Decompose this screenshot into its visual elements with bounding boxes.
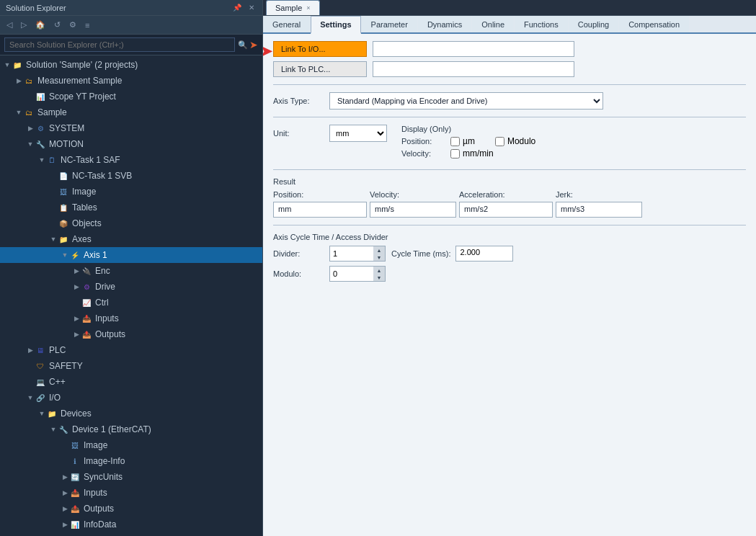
settings-panel: General Settings Parameter Dynamics Onli… bbox=[263, 16, 756, 536]
tab-functions[interactable]: Functions bbox=[515, 16, 568, 32]
result-header-position: Position: bbox=[273, 190, 367, 199]
divider-increment-button[interactable]: ▲ bbox=[373, 246, 385, 254]
tree-item-safety[interactable]: 🛡 SAFETY bbox=[0, 358, 262, 374]
tree-item-inputs[interactable]: ▶ 📥 Inputs bbox=[0, 311, 262, 326]
modulo-row: Modulo: ▲ ▼ bbox=[273, 266, 746, 282]
tree-item-imageinfo[interactable]: ℹ Image-Info bbox=[0, 453, 262, 469]
result-grid: Position: Velocity: Acceleration: Jerk: … bbox=[273, 190, 746, 218]
axis-type-select[interactable]: Standard (Mapping via Encoder and Drive) bbox=[329, 92, 603, 110]
tree-item-axis1[interactable]: ▼ ⚡ Axis 1 bbox=[0, 247, 262, 263]
sample-tab[interactable]: Sample × bbox=[266, 0, 320, 15]
tree-item-term1[interactable]: ▶ 🔌 Term 1 (EK1100) bbox=[0, 532, 262, 536]
tab-compensation[interactable]: Compensation bbox=[619, 16, 689, 32]
modulo-decrement-button[interactable]: ▼ bbox=[373, 274, 385, 281]
back-button[interactable]: ◁ bbox=[3, 18, 16, 32]
tree-item-device1[interactable]: ▼ 🔧 Device 1 (EtherCAT) bbox=[0, 421, 262, 437]
config-button[interactable]: ⚙ bbox=[66, 18, 80, 32]
result-value-position: mm bbox=[273, 202, 367, 218]
tab-online[interactable]: Online bbox=[472, 16, 514, 32]
result-section-title: Result bbox=[273, 177, 746, 186]
tree-item-axes[interactable]: ▼ 📁 Axes bbox=[0, 231, 262, 247]
tree-item-infodata[interactable]: ▶ 📊 InfoData bbox=[0, 517, 262, 532]
tree-item-cpp[interactable]: 💻 C++ bbox=[0, 374, 262, 390]
expand-icon: ▼ bbox=[14, 106, 23, 119]
tree-item-motion[interactable]: ▼ 🔧 MOTION bbox=[0, 136, 262, 152]
expand-icon: ▶ bbox=[26, 122, 35, 135]
unit-select-wrap: Unit: mm bbox=[273, 125, 387, 142]
tree-item-image2[interactable]: 🖼 Image bbox=[0, 437, 262, 453]
tree-item-outputs2[interactable]: ▶ 📤 Outputs bbox=[0, 501, 262, 517]
solution-label: Solution 'Sample' (2 projects) bbox=[26, 58, 138, 71]
infodata-icon: 📊 bbox=[69, 519, 81, 530]
divider-decrement-button[interactable]: ▼ bbox=[373, 254, 385, 261]
home-button[interactable]: 🏠 bbox=[32, 18, 49, 32]
objects-label: Objects bbox=[72, 217, 102, 230]
properties-button[interactable]: ≡ bbox=[81, 18, 93, 32]
cycle-time-label: Cycle Time (ms): bbox=[391, 249, 451, 258]
tab-coupling[interactable]: Coupling bbox=[569, 16, 618, 32]
tree-item-system[interactable]: ▶ ⚙ SYSTEM bbox=[0, 120, 262, 136]
tree-item-nctask1svb[interactable]: 📄 NC-Task 1 SVB bbox=[0, 168, 262, 184]
axis1-label: Axis 1 bbox=[84, 249, 107, 262]
tree-item-image[interactable]: 🖼 Image bbox=[0, 184, 262, 200]
tree-item-plc[interactable]: ▶ 🖥 PLC bbox=[0, 342, 262, 358]
tab-dynamics[interactable]: Dynamics bbox=[418, 16, 471, 32]
modulo-input[interactable] bbox=[330, 267, 373, 281]
tree-item-measurement[interactable]: ▶ 🗂 Measurement Sample bbox=[0, 73, 262, 89]
modulo-spinner: ▲ ▼ bbox=[329, 266, 386, 282]
divider-input[interactable] bbox=[330, 246, 373, 261]
axis-type-label: Axis Type: bbox=[273, 97, 324, 105]
sample-label: Sample bbox=[37, 106, 67, 119]
tab-parameter[interactable]: Parameter bbox=[362, 16, 417, 32]
um-checkbox[interactable] bbox=[450, 137, 460, 146]
modulo-label: Modulo bbox=[507, 136, 535, 146]
link-to-plc-input[interactable] bbox=[373, 61, 574, 77]
expand-icon: ▼ bbox=[26, 138, 35, 151]
search-input[interactable] bbox=[4, 37, 235, 52]
solution-icon: 📁 bbox=[12, 59, 23, 71]
tree-item-ctrl[interactable]: 📈 Ctrl bbox=[0, 295, 262, 311]
divider2 bbox=[273, 117, 746, 117]
tree-item-drive[interactable]: ▶ ⚙ Drive bbox=[0, 279, 262, 295]
result-header-acceleration: Acceleration: bbox=[459, 190, 553, 199]
measurement-label: Measurement Sample bbox=[37, 74, 122, 87]
expand-icon: ▶ bbox=[72, 264, 81, 277]
tree-item-inputs2[interactable]: ▶ 📥 Inputs bbox=[0, 485, 262, 501]
tree-item-io[interactable]: ▼ 🔗 I/O bbox=[0, 390, 262, 406]
modulo-checkbox[interactable] bbox=[495, 137, 504, 146]
pin-icon[interactable]: 📌 bbox=[231, 3, 244, 12]
link-to-plc-button[interactable]: Link To PLC... bbox=[273, 61, 367, 77]
tree-item-outputs[interactable]: ▶ 📤 Outputs bbox=[0, 326, 262, 342]
outputs2-label: Outputs bbox=[84, 502, 114, 515]
outputs-icon: 📤 bbox=[81, 329, 92, 340]
arrow-icon[interactable]: ➤ bbox=[249, 39, 258, 50]
search-icon: 🔍 bbox=[238, 40, 248, 50]
tree-item-devices[interactable]: ▼ 📁 Devices bbox=[0, 406, 262, 421]
tree-item-objects[interactable]: 📦 Objects bbox=[0, 215, 262, 231]
close-icon[interactable]: ✕ bbox=[246, 3, 257, 12]
link-to-io-button[interactable]: Link To I/O... bbox=[273, 41, 367, 57]
tree-item-enc[interactable]: ▶ 🔌 Enc bbox=[0, 263, 262, 279]
imageinfo-icon: ℹ bbox=[69, 455, 81, 467]
mmmin-checkbox[interactable] bbox=[450, 149, 460, 158]
tree-item-solution[interactable]: ▼ 📁 Solution 'Sample' (2 projects) bbox=[0, 57, 262, 73]
device1-label: Device 1 (EtherCAT) bbox=[72, 423, 151, 436]
tree-item-tables[interactable]: 📋 Tables bbox=[0, 200, 262, 215]
nctask1saf-label: NC-Task 1 SAF bbox=[61, 153, 120, 166]
axes-icon: 📁 bbox=[58, 233, 69, 245]
infodata-label: InfoData bbox=[84, 518, 116, 531]
modulo-increment-button[interactable]: ▲ bbox=[373, 267, 385, 274]
image2-label: Image bbox=[84, 439, 107, 452]
tab-settings[interactable]: Settings bbox=[311, 16, 360, 34]
forward-button[interactable]: ▷ bbox=[17, 18, 30, 32]
tree-item-syncunits[interactable]: ▶ 🔄 SyncUnits bbox=[0, 469, 262, 485]
tab-close-icon[interactable]: × bbox=[306, 4, 310, 12]
link-to-io-input[interactable] bbox=[373, 41, 574, 57]
tab-general[interactable]: General bbox=[263, 16, 310, 32]
tree-item-nctask1saf[interactable]: ▼ 🗒 NC-Task 1 SAF bbox=[0, 152, 262, 168]
devices-folder-icon: 📁 bbox=[46, 408, 58, 419]
unit-select[interactable]: mm bbox=[329, 125, 387, 142]
tree-item-scope[interactable]: 📊 Scope YT Project bbox=[0, 89, 262, 104]
refresh-button[interactable]: ↺ bbox=[50, 18, 64, 32]
tree-item-sample[interactable]: ▼ 🗂 Sample bbox=[0, 104, 262, 120]
